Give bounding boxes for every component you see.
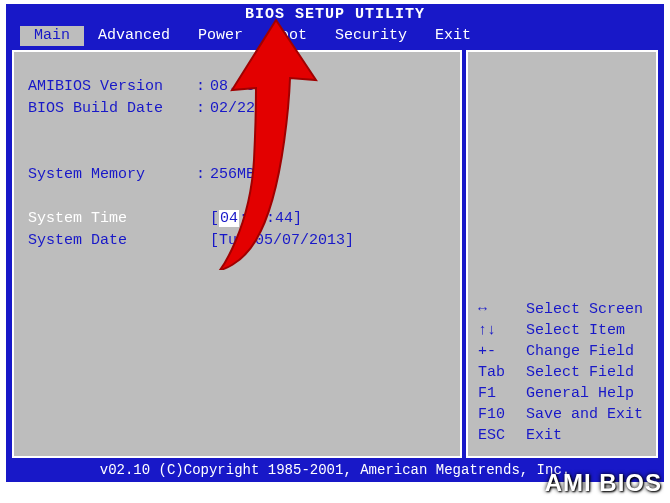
system-date-value[interactable]: [Tue 05/07/2013] xyxy=(210,230,442,252)
help-exit: ESC Exit xyxy=(478,425,648,446)
colon: : xyxy=(196,98,210,120)
bios-window: BIOS SETUP UTILITY Main Advanced Power B… xyxy=(6,4,664,482)
bios-version-value: 08.00.02 xyxy=(210,76,442,98)
menu-bar: Main Advanced Power Boot Security Exit xyxy=(6,26,664,48)
tab-exit[interactable]: Exit xyxy=(421,26,485,46)
help-desc: Save and Exit xyxy=(526,404,643,425)
help-general-help: F1 General Help xyxy=(478,383,648,404)
help-key: Tab xyxy=(478,362,526,383)
system-time-label: System Time xyxy=(28,208,196,230)
build-date-value: 02/22/06 xyxy=(210,98,442,120)
help-change-field: +- Change Field xyxy=(478,341,648,362)
build-date-label: BIOS Build Date xyxy=(28,98,196,120)
tab-main[interactable]: Main xyxy=(20,26,84,46)
title-bar: BIOS SETUP UTILITY xyxy=(6,4,664,26)
tab-boot[interactable]: Boot xyxy=(257,26,321,46)
help-key: F1 xyxy=(478,383,526,404)
row-memory: System Memory : 256MB xyxy=(28,164,442,186)
row-system-date[interactable]: System Date [Tue 05/07/2013] xyxy=(28,230,442,252)
help-panel: ↔ Select Screen ↑↓ Select Item +- Change… xyxy=(466,50,658,458)
help-key: ↔ xyxy=(478,299,526,320)
main-panel: AMIBIOS Version : 08.00.02 BIOS Build Da… xyxy=(12,50,462,458)
row-build-date: BIOS Build Date : 02/22/06 xyxy=(28,98,442,120)
system-date-label: System Date xyxy=(28,230,196,252)
help-key: F10 xyxy=(478,404,526,425)
panels: AMIBIOS Version : 08.00.02 BIOS Build Da… xyxy=(12,50,658,458)
help-key: ESC xyxy=(478,425,526,446)
help-key: ↑↓ xyxy=(478,320,526,341)
help-select-field: Tab Select Field xyxy=(478,362,648,383)
app-title: BIOS SETUP UTILITY xyxy=(245,6,425,23)
spacer xyxy=(28,186,442,208)
help-desc: Select Screen xyxy=(526,299,643,320)
help-desc: Exit xyxy=(526,425,562,446)
time-rest: :50:44 xyxy=(239,210,293,227)
help-desc: Change Field xyxy=(526,341,634,362)
help-select-item: ↑↓ Select Item xyxy=(478,320,648,341)
memory-value: 256MB xyxy=(210,164,442,186)
colon: : xyxy=(196,76,210,98)
time-hour-selected[interactable]: 04 xyxy=(219,210,239,227)
colon xyxy=(196,208,210,230)
help-save-exit: F10 Save and Exit xyxy=(478,404,648,425)
bios-version-label: AMIBIOS Version xyxy=(28,76,196,98)
colon xyxy=(196,230,210,252)
help-desc: General Help xyxy=(526,383,634,404)
help-desc: Select Item xyxy=(526,320,625,341)
system-time-value[interactable]: [04:50:44] xyxy=(210,208,442,230)
help-desc: Select Field xyxy=(526,362,634,383)
help-block: ↔ Select Screen ↑↓ Select Item +- Change… xyxy=(478,299,648,446)
spacer xyxy=(28,120,442,164)
tab-power[interactable]: Power xyxy=(184,26,257,46)
watermark: AMI BIOS xyxy=(545,469,662,497)
row-system-time[interactable]: System Time [04:50:44] xyxy=(28,208,442,230)
tab-security[interactable]: Security xyxy=(321,26,421,46)
help-select-screen: ↔ Select Screen xyxy=(478,299,648,320)
colon: : xyxy=(196,164,210,186)
tab-advanced[interactable]: Advanced xyxy=(84,26,184,46)
row-bios-version: AMIBIOS Version : 08.00.02 xyxy=(28,76,442,98)
help-key: +- xyxy=(478,341,526,362)
memory-label: System Memory xyxy=(28,164,196,186)
